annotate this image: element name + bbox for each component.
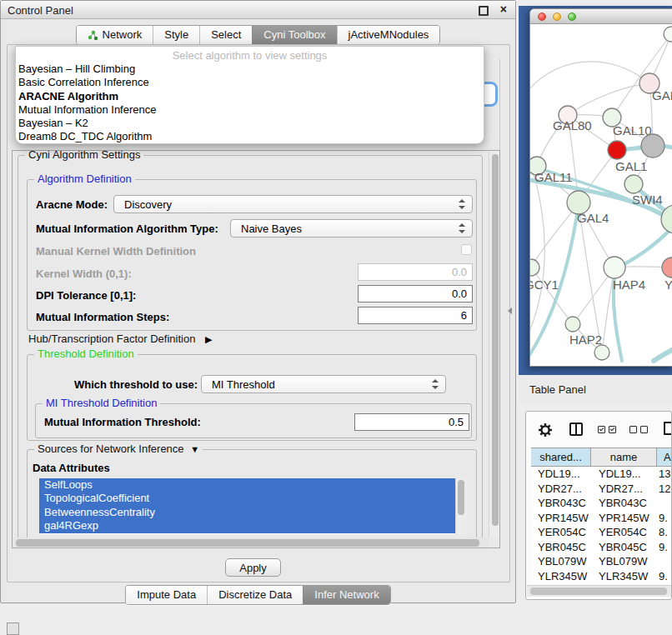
expander-expanded-icon[interactable]: ▼ — [190, 444, 199, 454]
table-cell[interactable]: YDR27... — [591, 482, 657, 497]
table-cell[interactable]: YLR345W — [531, 569, 591, 584]
zoom-traffic-light[interactable] — [568, 12, 576, 21]
network-window[interactable]: GALGAL80GAL10GAL1GAL11SWI4GAL4GCY1HAP4YH… — [529, 8, 672, 367]
close-icon[interactable]: × — [500, 2, 507, 16]
deselect-all-checkbox-icon[interactable] — [640, 426, 648, 433]
node-label: GAL — [652, 88, 672, 102]
tab-select[interactable]: Select — [199, 26, 252, 44]
tab-infer-network[interactable]: Infer Network — [303, 586, 389, 604]
dropdown-item-selected[interactable]: ARACNE Algorithm — [16, 90, 484, 103]
table-cell[interactable]: YBL079W — [531, 554, 591, 569]
node-label: GAL4 — [577, 211, 609, 225]
tab-cyni-toolbox[interactable]: Cyni Toolbox — [252, 26, 336, 44]
network-node-hap4[interactable] — [604, 257, 625, 278]
deselect-all-checkbox-icon[interactable] — [629, 426, 637, 433]
table-cell[interactable]: YPR145W — [591, 511, 657, 526]
table-row[interactable]: YPR145WYPR145W9. — [531, 511, 672, 526]
dropdown-item[interactable]: Bayesian – Hill Climbing — [16, 62, 484, 76]
split-columns-icon[interactable] — [569, 422, 583, 436]
table-row[interactable]: YBR045CYBR045C9. — [531, 540, 672, 555]
collapsed-panel-icon[interactable] — [7, 622, 19, 635]
settings-horizontal-scrollbar[interactable] — [13, 538, 489, 548]
table-cell[interactable]: 13 — [657, 467, 672, 482]
network-window-titlebar[interactable] — [530, 9, 672, 24]
tab-discretize-data[interactable]: Discretize Data — [207, 586, 303, 604]
table-cell[interactable]: YBL079W — [591, 554, 657, 569]
dpi-tolerance-field[interactable]: 0.0 — [358, 285, 473, 302]
dropdown-item[interactable]: Bayesian – K2 — [16, 117, 484, 130]
network-node-y[interactable] — [662, 258, 672, 278]
table-cell[interactable] — [657, 496, 672, 511]
table-cell[interactable]: YER054C — [531, 525, 591, 540]
table-row[interactable]: YDL19...YDL19...13 — [531, 467, 672, 482]
table-row[interactable]: YER054CYER054C8. — [531, 525, 672, 540]
table-cell[interactable]: 12 — [657, 482, 672, 497]
network-node-swi4[interactable] — [624, 175, 643, 193]
column-header-name[interactable]: name — [591, 448, 657, 466]
float-window-icon[interactable] — [479, 6, 489, 16]
table-cell[interactable]: 9. — [657, 540, 672, 555]
select-all-checkbox-icon[interactable] — [609, 426, 616, 433]
scrollbar-thumb[interactable] — [16, 539, 479, 547]
column-header-clipped[interactable]: A — [657, 448, 672, 466]
table-cell[interactable]: 8. — [657, 525, 672, 540]
table-cell[interactable]: YLR345W — [591, 569, 657, 584]
tab-network[interactable]: Network — [77, 26, 153, 44]
kernel-width-field[interactable]: 0.0 — [358, 263, 473, 281]
network-node[interactable] — [641, 134, 664, 158]
scrollbar-thumb[interactable] — [458, 480, 464, 515]
table-row[interactable]: YDR27...YDR27...12 — [531, 482, 672, 497]
table-cell[interactable]: 9. — [657, 511, 672, 526]
attribute-item[interactable]: BetweennessCentrality — [39, 506, 455, 519]
mi-steps-field[interactable]: 6 — [358, 307, 473, 324]
table-cell[interactable]: YBR045C — [531, 540, 591, 555]
minimize-traffic-light[interactable] — [553, 12, 561, 21]
network-node-gcy1[interactable] — [530, 259, 539, 276]
hub-definition-expander[interactable]: Hub/Transcription Factor Definition ▶ — [28, 332, 212, 345]
table-row[interactable]: YLR345WYLR345W9. — [531, 569, 672, 584]
attribute-item[interactable]: SelfLoops — [39, 478, 455, 492]
table-row[interactable]: YBR043CYBR043C — [531, 496, 672, 511]
table-cell[interactable] — [657, 554, 672, 569]
select-all-checkbox-icon[interactable] — [598, 426, 605, 433]
table-cell[interactable]: 9. — [657, 569, 672, 584]
mi-threshold-field[interactable]: 0.5 — [354, 413, 469, 431]
table-cell[interactable]: YPR145W — [531, 511, 591, 526]
scrollbar-thumb[interactable] — [530, 588, 667, 595]
attribute-item[interactable]: TopologicalCoefficient — [39, 492, 455, 505]
network-node-gal1[interactable] — [608, 141, 626, 159]
dropdown-item[interactable]: Basic Correlation Inference — [16, 76, 484, 89]
table-cell[interactable]: YDL19... — [591, 467, 657, 482]
network-canvas[interactable]: GALGAL80GAL10GAL1GAL11SWI4GAL4GCY1HAP4YH… — [530, 24, 672, 366]
which-threshold-combobox[interactable]: MI Threshold — [201, 375, 446, 393]
table-cell[interactable]: YBR043C — [591, 496, 657, 511]
table-row[interactable]: YBL079WYBL079W — [531, 554, 672, 569]
apply-button[interactable]: Apply — [225, 558, 281, 577]
tab-style[interactable]: Style — [153, 26, 199, 44]
mi-algorithm-type-combobox[interactable]: Naive Bayes — [230, 219, 473, 238]
close-traffic-light[interactable] — [538, 12, 546, 21]
splitter-collapse-arrow[interactable] — [508, 308, 512, 314]
tab-impute-data[interactable]: Impute Data — [126, 586, 207, 604]
scrollbar-thumb[interactable] — [492, 154, 499, 526]
table-cell[interactable]: YBR043C — [531, 496, 591, 511]
network-node[interactable] — [664, 27, 672, 42]
network-node-hap2[interactable] — [565, 317, 580, 332]
tab-jactivemnodules[interactable]: jActiveMNodules — [337, 26, 440, 44]
attribute-item[interactable]: gal4RGexp — [39, 519, 455, 532]
table-cell[interactable]: YER054C — [591, 525, 657, 540]
table-cell[interactable]: YDR27... — [531, 482, 591, 497]
aracne-mode-combobox[interactable]: Discovery — [113, 195, 473, 213]
table-horizontal-scrollbar[interactable] — [527, 585, 672, 597]
dropdown-item[interactable]: Dream8 DC_TDC Algorithm — [16, 130, 484, 143]
network-node[interactable] — [594, 345, 609, 360]
export-table-icon[interactable] — [664, 422, 672, 435]
settings-vertical-scrollbar[interactable] — [489, 152, 500, 538]
attribute-list-scrollbar[interactable] — [455, 478, 467, 534]
column-header-shared-name[interactable]: shared... — [531, 448, 591, 466]
gear-icon[interactable] — [538, 422, 553, 438]
dropdown-item[interactable]: Mutual Information Inference — [16, 103, 484, 117]
table-cell[interactable]: YBR045C — [591, 540, 657, 555]
manual-kernel-width-checkbox[interactable] — [461, 244, 472, 255]
table-cell[interactable]: YDL19... — [531, 467, 591, 482]
